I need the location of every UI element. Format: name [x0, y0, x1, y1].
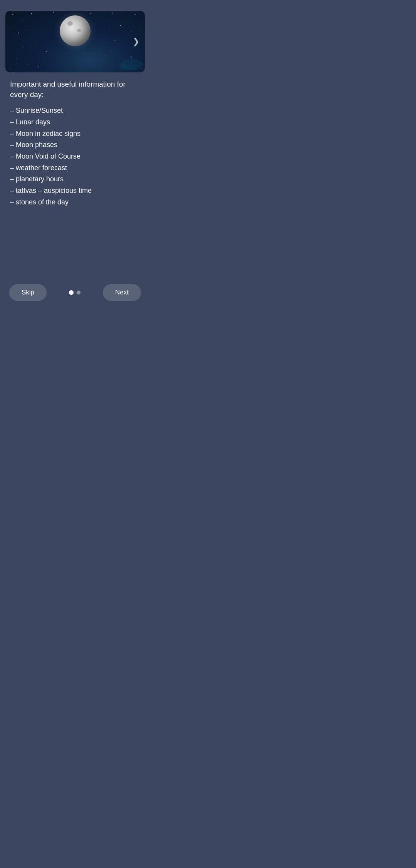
svg-point-0	[12, 14, 13, 15]
svg-point-15	[23, 47, 24, 48]
skip-button[interactable]: Skip	[9, 284, 47, 301]
screen: ❯ Important and useful information for e…	[0, 0, 150, 313]
svg-point-24	[131, 31, 132, 31]
svg-point-22	[109, 29, 109, 30]
feature-list-item: – Sunrise/Sunset	[10, 105, 140, 117]
night-sky-background	[5, 11, 145, 72]
feature-list-item: – Moon in zodiac signs	[10, 128, 140, 140]
svg-point-6	[90, 13, 91, 14]
svg-point-34	[143, 68, 143, 69]
feature-list-item: – Moon Void of Course	[10, 151, 140, 162]
svg-point-16	[35, 44, 35, 44]
dot-1	[69, 290, 74, 295]
intro-paragraph: Important and useful information for eve…	[10, 79, 140, 100]
svg-point-20	[39, 66, 39, 67]
svg-point-2	[31, 13, 32, 14]
dot-2	[77, 291, 81, 294]
svg-point-31	[131, 57, 132, 58]
svg-point-21	[11, 68, 11, 69]
svg-point-13	[27, 29, 27, 29]
next-button[interactable]: Next	[103, 284, 141, 301]
feature-list-item: – tattvas – auspicious time	[10, 185, 140, 197]
page-dots	[69, 290, 81, 295]
svg-point-14	[11, 40, 11, 41]
svg-point-30	[118, 60, 119, 61]
svg-point-10	[135, 14, 136, 15]
svg-point-17	[46, 51, 47, 52]
svg-point-7	[102, 18, 102, 18]
next-image-chevron[interactable]: ❯	[133, 37, 139, 47]
svg-point-25	[139, 27, 139, 28]
svg-point-29	[105, 55, 106, 55]
svg-point-1	[22, 20, 22, 20]
svg-point-19	[27, 64, 28, 65]
svg-point-5	[64, 16, 65, 16]
svg-point-33	[109, 66, 109, 67]
svg-point-8	[112, 13, 113, 13]
feature-list-item: – Moon phases	[10, 139, 140, 151]
svg-point-27	[126, 46, 126, 46]
svg-point-26	[114, 40, 115, 41]
svg-point-3	[42, 17, 43, 18]
svg-point-9	[124, 17, 124, 17]
feature-list-item: – Lunar days	[10, 117, 140, 128]
svg-point-11	[9, 27, 9, 28]
svg-point-18	[16, 59, 17, 59]
feature-list: – Sunrise/Sunset– Lunar days– Moon in zo…	[10, 105, 140, 208]
svg-point-23	[120, 25, 121, 26]
main-content: Important and useful information for eve…	[0, 72, 150, 278]
svg-point-4	[53, 12, 54, 13]
moon-image	[60, 15, 91, 46]
feature-list-item: – planetary hours	[10, 174, 140, 185]
hero-image-container: ❯	[5, 11, 145, 72]
feature-list-item: – stones of the day	[10, 197, 140, 208]
feature-list-item: – weather forecast	[10, 162, 140, 174]
bottom-navigation: Skip Next	[0, 278, 150, 313]
svg-point-12	[18, 33, 19, 33]
